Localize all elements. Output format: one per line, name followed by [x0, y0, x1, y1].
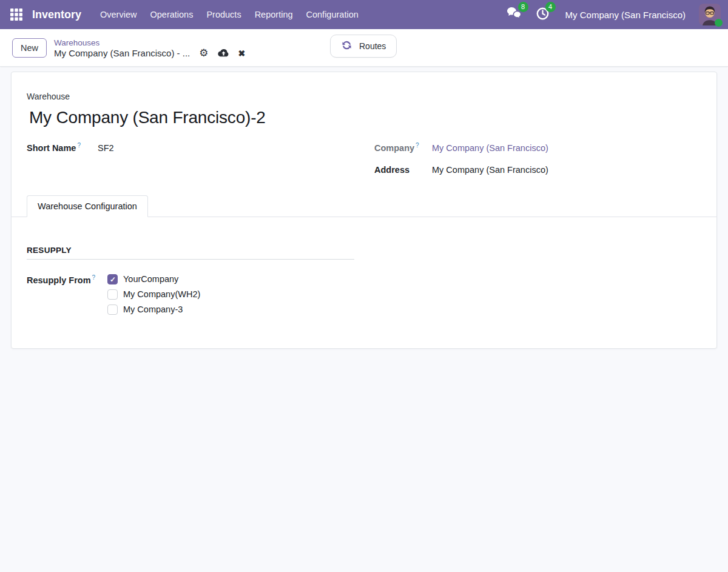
app-name[interactable]: Inventory [32, 8, 81, 21]
field-grid: Short Name? SF2 Company? My Company (San… [27, 139, 701, 185]
tab-content: RESUPPLY Resupply From? YourCompany My C… [27, 217, 701, 315]
messages-count-badge: 8 [518, 2, 528, 12]
new-button[interactable]: New [12, 38, 47, 58]
checkbox-label[interactable]: YourCompany [123, 274, 178, 284]
company-link[interactable]: My Company (San Francisco) [432, 141, 548, 155]
address-value: My Company (San Francisco) [432, 163, 548, 177]
tab-warehouse-configuration[interactable]: Warehouse Configuration [27, 195, 148, 217]
help-question-icon: ? [77, 142, 81, 149]
resupply-from-row: Resupply From? YourCompany My Company(WH… [27, 274, 701, 315]
checkbox-my-company-3[interactable]: My Company-3 [107, 305, 200, 315]
top-navbar: Inventory Overview Operations Products R… [0, 0, 728, 29]
section-divider [27, 259, 354, 260]
online-status-dot [715, 19, 723, 27]
notebook-tabs: Warehouse Configuration [12, 195, 716, 217]
resupply-options-list: YourCompany My Company(WH2) My Company-3 [107, 274, 200, 315]
warehouse-field-label: Warehouse [27, 92, 701, 101]
main-menu: Overview Operations Products Reporting C… [93, 5, 365, 24]
menu-configuration[interactable]: Configuration [300, 5, 365, 24]
help-question-icon: ? [416, 142, 419, 149]
short-name-input[interactable]: SF2 [98, 141, 114, 155]
menu-operations[interactable]: Operations [143, 5, 200, 24]
refresh-icon [341, 39, 352, 53]
short-name-label: Short Name? [27, 139, 98, 155]
routes-button[interactable]: Routes [330, 35, 397, 58]
checkbox-my-company-wh2[interactable]: My Company(WH2) [107, 289, 200, 300]
breadcrumb-warehouses-link[interactable]: Warehouses [54, 38, 99, 49]
messages-button[interactable]: 8 [506, 7, 522, 22]
address-row: Address My Company (San Francisco) [374, 163, 701, 177]
cloud-save-icon[interactable] [218, 49, 229, 58]
help-question-icon: ? [92, 274, 96, 281]
user-avatar[interactable] [699, 4, 721, 25]
breadcrumb-current: My Company (San Francisco) - ... [54, 48, 190, 58]
checkbox-icon[interactable] [107, 289, 118, 300]
activities-button[interactable]: 4 [536, 7, 550, 23]
warehouse-form-sheet: Warehouse My Company (San Francisco)-2 S… [11, 72, 717, 349]
control-panel: New Warehouses My Company (San Francisco… [0, 29, 728, 67]
checkbox-label[interactable]: My Company(WH2) [123, 289, 200, 299]
warehouse-name-input[interactable]: My Company (San Francisco)-2 [29, 106, 701, 129]
checkbox-yourcompany[interactable]: YourCompany [107, 274, 200, 284]
resupply-from-label: Resupply From? [27, 274, 107, 315]
company-row: Company? My Company (San Francisco) [374, 139, 701, 155]
routes-button-label: Routes [359, 41, 386, 51]
menu-products[interactable]: Products [200, 5, 248, 24]
menu-reporting[interactable]: Reporting [248, 5, 300, 24]
systray: 8 4 My Company (San Francisco) [506, 4, 721, 25]
menu-overview[interactable]: Overview [93, 5, 143, 24]
company-label: Company? [374, 139, 432, 155]
activities-count-badge: 4 [545, 2, 556, 12]
short-name-row: Short Name? SF2 [27, 139, 364, 155]
gear-icon[interactable]: ⚙ [199, 48, 208, 58]
checkbox-label[interactable]: My Company-3 [123, 305, 183, 314]
discard-x-icon[interactable]: ✖ [238, 49, 246, 58]
apps-grid-icon[interactable] [8, 7, 24, 22]
checkbox-icon[interactable] [107, 305, 118, 315]
breadcrumb: Warehouses My Company (San Francisco) - … [54, 37, 245, 59]
resupply-section-title: RESUPPLY [27, 246, 701, 255]
checkbox-icon[interactable] [107, 274, 118, 284]
company-switcher[interactable]: My Company (San Francisco) [565, 10, 686, 20]
address-label: Address [374, 163, 432, 177]
